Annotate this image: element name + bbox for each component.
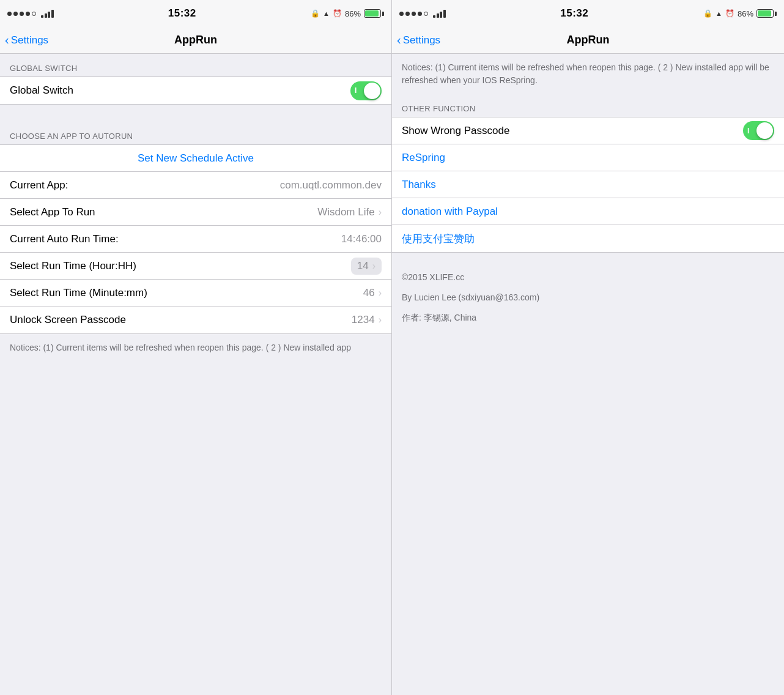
signal-dots-right xyxy=(399,12,428,16)
dot-4 xyxy=(26,12,30,16)
thanks-row[interactable]: Thanks xyxy=(392,171,784,198)
status-bar-left: 15:32 🔒 ▲ ⏰ 86% xyxy=(0,0,391,27)
global-switch-group: Global Switch I xyxy=(0,76,391,105)
current-time-value: 14:46:00 xyxy=(341,233,382,245)
back-chevron-right: ‹ xyxy=(397,34,401,46)
dot-3 xyxy=(20,12,24,16)
battery-fill xyxy=(365,10,379,17)
dot-1 xyxy=(7,12,12,16)
thanks-label: Thanks xyxy=(402,179,436,191)
battery-fill-right xyxy=(758,10,771,17)
select-app-row[interactable]: Select App To Run Wisdom Life › xyxy=(0,199,391,226)
copyright: ©2015 XLIFE.cc xyxy=(402,270,774,285)
battery-tip xyxy=(382,12,384,16)
location-icon-right: ▲ xyxy=(716,10,722,17)
section-header-global: GLOBAL SWITCH xyxy=(0,54,391,76)
dot-r4 xyxy=(418,12,422,16)
status-right-right: 🔒 ▲ ⏰ 86% xyxy=(703,9,777,18)
back-label-left: Settings xyxy=(11,34,48,46)
donation-row[interactable]: donation with Paypal xyxy=(392,198,784,225)
select-minute-row[interactable]: Select Run Time (Minute:mm) 46 › xyxy=(0,280,391,307)
unlock-passcode-value: 1234 › xyxy=(352,314,382,326)
current-time-row: Current Auto Run Time: 14:46:00 xyxy=(0,226,391,253)
section-header-other: OTHER FUNCTION xyxy=(392,94,784,117)
location-icon: ▲ xyxy=(323,10,330,17)
lock-icon: 🔒 xyxy=(311,9,320,18)
author-cn: 作者: 李锡源, China xyxy=(402,310,774,325)
lock-icon-right: 🔒 xyxy=(703,9,712,18)
respring-label: ReSpring xyxy=(402,152,445,164)
unlock-passcode-chevron: › xyxy=(379,314,382,325)
select-minute-val-text: 46 xyxy=(363,287,375,299)
choose-app-group: Set New Schedule Active Current App: com… xyxy=(0,144,391,334)
status-time-left: 15:32 xyxy=(168,7,196,20)
signal-area xyxy=(7,10,54,18)
show-wrong-toggle[interactable]: I xyxy=(743,121,774,140)
right-content: Notices: (1) Current items will be refre… xyxy=(392,54,784,695)
back-chevron-left: ‹ xyxy=(5,34,9,46)
donation-label: donation with Paypal xyxy=(402,206,498,218)
nav-title-left: AppRun xyxy=(174,34,217,46)
alarm-icon: ⏰ xyxy=(333,9,342,18)
wifi-icon xyxy=(41,10,54,18)
battery-right xyxy=(756,9,777,18)
dot-r1 xyxy=(399,12,404,16)
dot-r3 xyxy=(412,12,416,16)
back-button-left[interactable]: ‹ Settings xyxy=(5,34,48,46)
battery-body xyxy=(364,9,381,18)
left-notice: Notices: (1) Current items will be refre… xyxy=(0,334,391,362)
dot-5 xyxy=(32,12,36,16)
select-app-label: Select App To Run xyxy=(10,206,95,218)
section-header-choose: CHOOSE AN APP TO AUTORUN xyxy=(0,122,391,144)
dot-2 xyxy=(13,12,18,16)
alipay-row[interactable]: 使用支付宝赞助 xyxy=(392,225,784,252)
unlock-passcode-val-text: 1234 xyxy=(352,314,375,326)
set-schedule-row[interactable]: Set New Schedule Active xyxy=(0,145,391,172)
signal-dots xyxy=(7,12,36,16)
nav-title-right: AppRun xyxy=(567,34,610,46)
global-switch-label: Global Switch xyxy=(10,84,73,97)
alarm-icon-right: ⏰ xyxy=(725,9,734,18)
dot-r2 xyxy=(405,12,410,16)
footer-section: ©2015 XLIFE.cc By Lucien Lee (sdxiyuan@1… xyxy=(392,253,784,331)
select-hour-value-box[interactable]: 14 › xyxy=(351,258,382,275)
select-app-value: Wisdom Life › xyxy=(317,206,382,218)
battery-percent-right: 86% xyxy=(738,9,753,18)
status-right-left: 🔒 ▲ ⏰ 86% xyxy=(311,9,384,18)
global-switch-toggle[interactable]: I xyxy=(350,81,382,100)
gap-1 xyxy=(0,105,391,122)
select-minute-value: 46 › xyxy=(363,287,382,299)
back-label-right: Settings xyxy=(403,34,440,46)
right-panel: 15:32 🔒 ▲ ⏰ 86% ‹ Settings AppRun Notice… xyxy=(392,0,784,695)
select-hour-label: Select Run Time (Hour:HH) xyxy=(10,260,136,272)
current-app-label: Current App: xyxy=(10,179,68,191)
set-schedule-label: Set New Schedule Active xyxy=(138,152,254,165)
signal-area-right xyxy=(399,10,446,18)
wifi-icon-right xyxy=(433,10,446,18)
select-hour-chevron: › xyxy=(372,261,375,272)
footer-spacer xyxy=(402,258,774,270)
unlock-passcode-row[interactable]: Unlock Screen Passcode 1234 › xyxy=(0,307,391,333)
battery-body-right xyxy=(756,9,774,18)
show-wrong-passcode-row[interactable]: Show Wrong Passcode I xyxy=(392,117,784,144)
battery-percent-left: 86% xyxy=(345,9,361,18)
respring-row[interactable]: ReSpring xyxy=(392,144,784,171)
select-minute-chevron: › xyxy=(379,288,382,299)
select-minute-label: Select Run Time (Minute:mm) xyxy=(10,287,147,299)
author: By Lucien Lee (sdxiyuan@163.com) xyxy=(402,290,774,305)
toggle-knob xyxy=(364,83,380,99)
show-wrong-passcode-label: Show Wrong Passcode xyxy=(402,125,509,137)
select-hour-val: 14 xyxy=(357,260,369,272)
nav-bar-left: ‹ Settings AppRun xyxy=(0,27,391,54)
select-hour-row[interactable]: Select Run Time (Hour:HH) 14 › xyxy=(0,253,391,280)
right-notice-top: Notices: (1) Current items will be refre… xyxy=(392,54,784,94)
select-app-chevron: › xyxy=(379,207,382,218)
back-button-right[interactable]: ‹ Settings xyxy=(397,34,440,46)
status-time-right: 15:32 xyxy=(560,7,588,20)
global-switch-row[interactable]: Global Switch I xyxy=(0,77,391,104)
toggle-i-label: I xyxy=(355,86,357,95)
nav-bar-right: ‹ Settings AppRun xyxy=(392,27,784,54)
other-function-group: Show Wrong Passcode I ReSpring Thanks do… xyxy=(392,117,784,253)
battery-left xyxy=(364,9,384,18)
toggle-knob-right xyxy=(756,122,773,139)
